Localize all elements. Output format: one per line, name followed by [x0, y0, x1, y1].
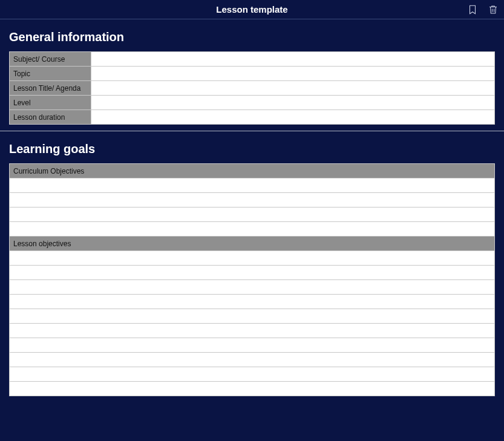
table-row: Level	[10, 96, 495, 110]
goal-cell[interactable]	[10, 353, 495, 367]
field-label-topic: Topic	[10, 67, 91, 81]
table-row	[10, 280, 495, 295]
section-title-goals: Learning goals	[9, 142, 495, 156]
goal-cell[interactable]	[10, 207, 495, 222]
field-label-level: Level	[10, 96, 91, 110]
field-value-duration[interactable]	[91, 110, 495, 125]
table-row	[10, 222, 495, 237]
section-general: General information Subject/ Course Topi…	[0, 19, 504, 131]
table-row: Subject/ Course	[10, 52, 495, 67]
field-label-subject: Subject/ Course	[10, 52, 91, 67]
table-row	[10, 266, 495, 280]
goal-cell[interactable]	[10, 324, 495, 338]
table-row	[10, 207, 495, 222]
bookmark-icon[interactable]	[466, 4, 479, 16]
goal-cell[interactable]	[10, 193, 495, 207]
table-row	[10, 193, 495, 207]
goal-cell[interactable]	[10, 309, 495, 324]
table-row	[10, 309, 495, 324]
goal-cell[interactable]	[10, 367, 495, 382]
subhead-lesson: Lesson objectives	[10, 237, 495, 251]
header-actions	[466, 4, 499, 16]
goal-cell[interactable]	[10, 266, 495, 280]
goal-cell[interactable]	[10, 338, 495, 353]
table-row	[10, 367, 495, 382]
field-value-lesson-title[interactable]	[91, 81, 495, 96]
trash-icon[interactable]	[487, 4, 499, 16]
field-label-duration: Lesson duration	[10, 110, 91, 125]
table-row	[10, 324, 495, 338]
page-title: Lesson template	[216, 4, 287, 15]
table-row	[10, 382, 495, 396]
table-row	[10, 295, 495, 309]
goal-cell[interactable]	[10, 382, 495, 396]
subhead-label-curriculum: Curriculum Objectives	[10, 164, 495, 178]
header-bar: Lesson template	[0, 0, 504, 19]
goal-cell[interactable]	[10, 295, 495, 309]
goal-cell[interactable]	[10, 178, 495, 193]
field-value-level[interactable]	[91, 96, 495, 110]
field-label-lesson-title: Lesson Title/ Agenda	[10, 81, 91, 96]
table-row	[10, 251, 495, 266]
table-row	[10, 338, 495, 353]
goal-cell[interactable]	[10, 280, 495, 295]
general-info-table: Subject/ Course Topic Lesson Title/ Agen…	[9, 51, 495, 125]
section-title-general: General information	[9, 30, 495, 44]
field-value-subject[interactable]	[91, 52, 495, 67]
goal-cell[interactable]	[10, 222, 495, 237]
goal-cell[interactable]	[10, 251, 495, 266]
table-row	[10, 353, 495, 367]
learning-goals-table: Curriculum Objectives Lesson objectives	[9, 163, 495, 396]
subhead-label-lesson: Lesson objectives	[10, 237, 495, 251]
table-row: Lesson Title/ Agenda	[10, 81, 495, 96]
section-goals: Learning goals Curriculum Objectives Les…	[0, 131, 504, 402]
field-value-topic[interactable]	[91, 67, 495, 81]
table-row: Topic	[10, 67, 495, 81]
subhead-curriculum: Curriculum Objectives	[10, 164, 495, 178]
table-row	[10, 178, 495, 193]
table-row: Lesson duration	[10, 110, 495, 125]
